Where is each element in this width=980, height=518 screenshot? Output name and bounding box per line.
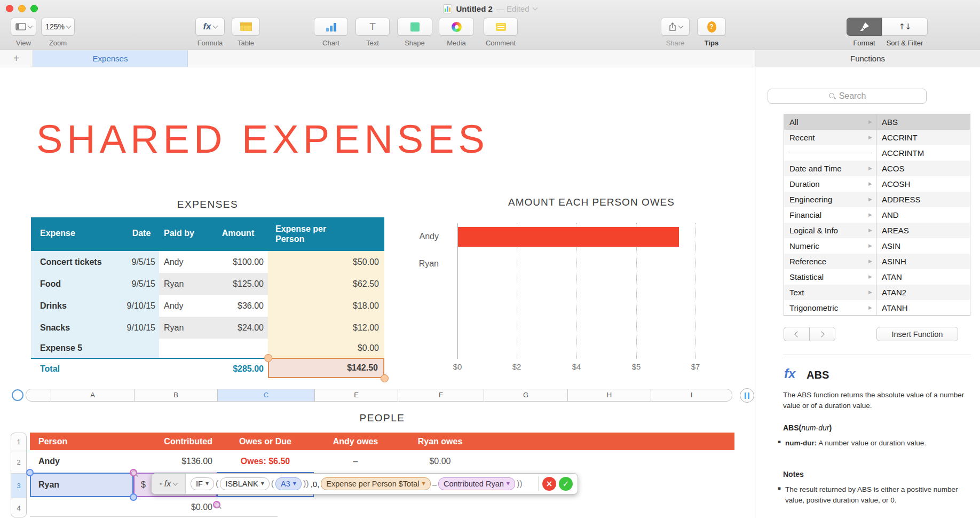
media-button[interactable] [439, 18, 474, 36]
bar-andy[interactable] [458, 227, 679, 247]
search-input[interactable]: Search [768, 89, 927, 104]
category-financial[interactable]: Financial▶ [784, 207, 876, 223]
token-if[interactable]: IF▼ [191, 477, 214, 490]
table-button[interactable] [232, 18, 260, 36]
forward-button[interactable] [809, 327, 835, 341]
column-ref-b[interactable]: B [134, 389, 217, 401]
row-ref-4[interactable]: 4 [11, 498, 26, 517]
people-header-row[interactable]: Person Contributed Owes or Due Andy owes… [30, 433, 734, 450]
insert-function-button[interactable]: Insert Function [876, 327, 958, 341]
function-atanh[interactable]: ATANH [876, 300, 970, 316]
expenses-table-title[interactable]: EXPENSES [31, 199, 384, 210]
function-and[interactable]: AND [876, 207, 970, 223]
table-resize-handle[interactable] [740, 388, 754, 403]
category-trigonometric[interactable]: Trigonometric▶ [784, 300, 876, 316]
view-button[interactable] [11, 18, 36, 36]
function-asin[interactable]: ASIN [876, 238, 970, 254]
token-contributed-ryan[interactable]: Contributed Ryan▼ [438, 477, 515, 490]
chart-button[interactable] [314, 18, 348, 36]
function-atan[interactable]: ATAN [876, 269, 970, 285]
people-table-title[interactable]: PEOPLE [30, 412, 734, 424]
comment-button[interactable] [484, 18, 518, 36]
cell-a3-ryan[interactable]: Ryan [30, 473, 133, 497]
function-acos[interactable]: ACOS [876, 161, 970, 176]
function-atan2[interactable]: ATAN2 [876, 285, 970, 300]
column-ref-c[interactable]: C [217, 389, 314, 401]
reference-handle-blue[interactable] [130, 493, 137, 501]
column-ref-a[interactable]: A [51, 389, 134, 401]
formula-editor-handle[interactable]: fx [152, 474, 186, 494]
column-ref-f[interactable]: F [398, 389, 484, 401]
category-reference[interactable]: Reference▶ [784, 254, 876, 269]
table-row[interactable]: Snacks9/10/15Ryan$24.00$12.00 [31, 317, 384, 339]
function-abs[interactable]: ABS [876, 114, 970, 130]
category-text[interactable]: Text▶ [784, 285, 876, 300]
expenses-header-row[interactable]: Expense Date Paid by Amount Expense per … [31, 217, 384, 251]
caret-down-icon: ▼ [293, 478, 296, 489]
function-acosh[interactable]: ACOSH [876, 176, 970, 192]
header-expense-per-person: Expense per Person [275, 224, 334, 244]
text-button[interactable]: T [355, 18, 390, 36]
row-ref-1[interactable]: 1 [11, 433, 26, 451]
window-edited-status[interactable]: — Edited [496, 4, 529, 13]
category-engineering[interactable]: Engineering▶ [784, 192, 876, 207]
category-all[interactable]: All▶ [784, 114, 876, 130]
selection-handle[interactable] [381, 374, 389, 382]
table-row[interactable]: Food9/5/15Ryan$125.00$62.50 [31, 273, 384, 295]
paren: ( [216, 479, 218, 489]
formula-editor[interactable]: fx IF▼ ( ISBLANK▼ ( A3▼ )) ,0, Expense p… [151, 473, 578, 495]
reference-handle-magenta[interactable] [130, 469, 137, 476]
row-ref-3[interactable]: 3 [11, 473, 26, 498]
function-accrint[interactable]: ACCRINT [876, 130, 970, 145]
category-duration[interactable]: Duration▶ [784, 176, 876, 192]
cancel-formula-button[interactable]: × [542, 477, 556, 491]
sort-filter-button[interactable]: ↑↓ [882, 18, 928, 36]
reference-handle-blue[interactable] [26, 469, 34, 476]
column-ref-e[interactable]: E [314, 389, 398, 401]
back-button[interactable] [784, 327, 809, 341]
reference-handle-magenta[interactable] [213, 501, 220, 508]
add-sheet-button[interactable]: + [0, 50, 33, 67]
zoom-button[interactable]: 125% [41, 18, 75, 36]
expenses-table[interactable]: Expense Date Paid by Amount Expense per … [31, 217, 384, 378]
table-row[interactable]: Expense 5$0.00 [31, 339, 384, 358]
row-ref-2[interactable]: 2 [11, 451, 26, 473]
function-asinh[interactable]: ASINH [876, 254, 970, 269]
token-expense-per-person-total[interactable]: Expense per Person $Total▼ [321, 477, 430, 490]
category-recent[interactable]: Recent▶ [784, 130, 876, 145]
function-accrintm[interactable]: ACCRINTM [876, 145, 970, 161]
column-ref-i[interactable]: I [651, 389, 732, 401]
drag-dot-icon [160, 483, 162, 485]
category-logical-info[interactable]: Logical & Info▶ [784, 223, 876, 238]
category-numeric[interactable]: Numeric▶ [784, 238, 876, 254]
tips-button[interactable]: ? [697, 18, 726, 36]
token-isblank[interactable]: ISBLANK▼ [220, 477, 269, 490]
format-button[interactable] [847, 18, 882, 36]
category-statistical[interactable]: Statistical▶ [784, 269, 876, 285]
column-ref-h[interactable]: H [567, 389, 651, 401]
token-a3[interactable]: A3▼ [275, 477, 302, 490]
selected-cell-total-per-person[interactable]: $142.50 [268, 358, 384, 378]
sheet-heading[interactable]: SHARED EXPENSES [36, 116, 489, 162]
formula-tokens[interactable]: IF▼ ( ISBLANK▼ ( A3▼ )) ,0, Expense per … [186, 477, 536, 490]
column-ref-g[interactable]: G [484, 389, 567, 401]
table-select-circle[interactable] [12, 389, 23, 401]
shape-button[interactable] [397, 18, 432, 36]
tab-expenses[interactable]: Expenses [33, 50, 188, 67]
function-areas[interactable]: AREAS [876, 223, 970, 238]
table-row[interactable]: Concert tickets9/5/15Andy$100.00$50.00 [31, 251, 384, 273]
share-button[interactable] [661, 18, 690, 36]
text-label: Text [351, 39, 394, 47]
category-date-and-time[interactable]: Date and Time▶ [784, 161, 876, 176]
title-chevron-down-icon[interactable] [532, 5, 538, 10]
accept-formula-button[interactable]: ✓ [559, 477, 573, 491]
formula-button[interactable]: fx [195, 18, 225, 36]
chevron-down-icon [66, 23, 71, 28]
chevron-right-icon: ▶ [868, 114, 872, 130]
shape-icon [410, 22, 420, 32]
function-address[interactable]: ADDRESS [876, 192, 970, 207]
cell-b4[interactable]: $0.00 [133, 497, 217, 517]
selection-handle[interactable] [264, 354, 272, 362]
chart-title[interactable]: AMOUNT EACH PERSON OWES [458, 197, 725, 208]
table-row[interactable]: Drinks9/10/15Andy$36.00$18.00 [31, 295, 384, 317]
